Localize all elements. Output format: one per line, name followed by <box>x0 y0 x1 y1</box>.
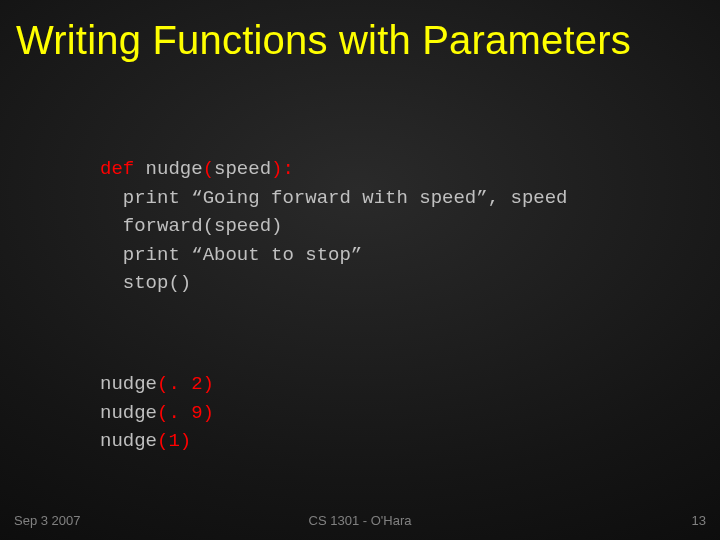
code-line: print “Going forward with speed”, speed <box>123 187 568 209</box>
code-calls: nudge(. 2) nudge(. 9) nudge(1) <box>100 370 214 456</box>
slide: Writing Functions with Parameters def nu… <box>0 0 720 540</box>
call-args: (. 9) <box>157 402 214 424</box>
paren-open: ( <box>203 158 214 180</box>
call-name: nudge <box>100 402 157 424</box>
slide-title: Writing Functions with Parameters <box>0 0 720 63</box>
call-args: (. 2) <box>157 373 214 395</box>
footer-page: 13 <box>692 513 706 528</box>
param: speed <box>214 158 271 180</box>
colon: : <box>282 158 293 180</box>
paren-close: ) <box>271 158 282 180</box>
code-line: forward(speed) <box>123 215 283 237</box>
keyword-def: def <box>100 158 134 180</box>
code-line: print “About to stop” <box>123 244 362 266</box>
call-name: nudge <box>100 373 157 395</box>
call-name: nudge <box>100 430 157 452</box>
footer-course: CS 1301 - O'Hara <box>0 513 720 528</box>
func-name: nudge <box>134 158 202 180</box>
code-definition: def nudge(speed): print “Going forward w… <box>100 155 568 298</box>
code-line: stop() <box>123 272 191 294</box>
call-args: (1) <box>157 430 191 452</box>
